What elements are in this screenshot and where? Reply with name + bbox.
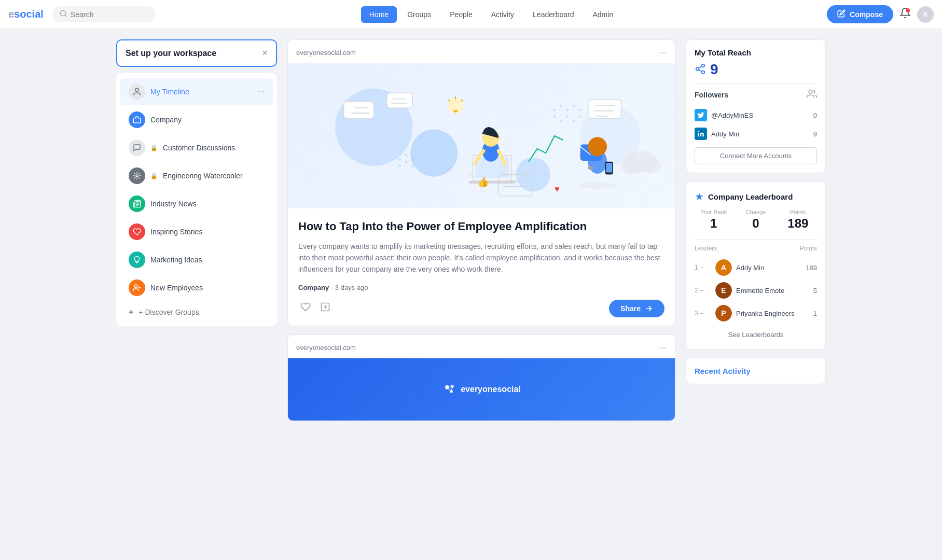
nav-right: Compose A <box>827 5 934 23</box>
like-button-1[interactable] <box>298 300 313 317</box>
post-menu-button-2[interactable]: ··· <box>659 342 667 353</box>
svg-rect-52 <box>606 163 612 172</box>
sidebar-item-company[interactable]: Company <box>120 106 273 133</box>
total-reach-count: 9 <box>710 61 718 78</box>
search-input[interactable] <box>71 10 143 19</box>
your-rank-label: Your Rank <box>695 209 732 215</box>
leader-row-2: 2 – E Emmette Emote 5 <box>695 279 817 302</box>
leaders-header: Leaders Points <box>695 245 817 252</box>
twitter-info: @AddyMinES <box>695 109 753 121</box>
search-icon <box>59 9 67 19</box>
notification-dot <box>906 8 910 12</box>
engineering-label: Engineering Watercooler <box>163 172 265 180</box>
svg-point-72 <box>702 64 705 66</box>
brand-logo[interactable]: esocial <box>8 8 44 20</box>
svg-line-70 <box>447 387 451 391</box>
svg-point-17 <box>560 120 562 122</box>
twitter-handle: @AddyMinES <box>711 111 753 119</box>
change-value: 0 <box>737 216 774 231</box>
nav-activity[interactable]: Activity <box>483 6 522 23</box>
post-card-2: everyonesocial.com ··· everyonesocial <box>287 334 675 421</box>
workspace-close-button[interactable]: × <box>262 48 268 59</box>
marketing-ideas-label: Marketing Ideas <box>150 256 265 264</box>
svg-point-0 <box>60 10 66 16</box>
nav-admin[interactable]: Admin <box>584 6 621 23</box>
engineering-icon <box>129 167 145 184</box>
post-header-1: everyonesocial.com ··· <box>288 40 675 63</box>
leaderboard-header: ★ Company Leaderboard <box>695 190 817 203</box>
leader-rank-1: 1 – <box>695 264 711 271</box>
notifications-button[interactable] <box>899 7 911 21</box>
leader-row-3: 3 – P Priyanka Engineers 1 <box>695 302 817 325</box>
svg-rect-53 <box>588 166 593 170</box>
connect-more-accounts-button[interactable]: Connect More Accounts <box>695 147 817 164</box>
post-menu-button-1[interactable]: ··· <box>659 47 667 58</box>
sidebar-nav: My Timeline ··· Company 🔒 Customer Discu… <box>116 73 277 326</box>
post-meta-1: Company - 3 days ago <box>298 284 664 291</box>
svg-point-58 <box>641 158 662 174</box>
share-button-1[interactable]: Share <box>609 300 664 317</box>
see-leaderboards-button[interactable]: See Leaderboards <box>695 329 817 341</box>
leaderboard-stats: Your Rank 1 Change 0 Points 189 <box>695 209 817 231</box>
nav-leaderboard[interactable]: Leaderboard <box>524 6 582 23</box>
plus-icon: + <box>129 307 133 317</box>
leaders-points-col-label: Points <box>800 245 817 252</box>
workspace-card: Set up your workspace × <box>116 39 277 67</box>
leader-name-3: Priyanka Engineers <box>736 310 809 317</box>
right-panel: My Total Reach 9 Followers <box>686 39 826 429</box>
svg-rect-27 <box>344 102 374 119</box>
svg-point-14 <box>573 104 575 107</box>
svg-point-79 <box>698 131 699 132</box>
nav-people[interactable]: People <box>441 6 481 23</box>
svg-point-20 <box>579 115 581 118</box>
change-label: Change <box>737 209 774 215</box>
sidebar-item-marketing-ideas[interactable]: Marketing Ideas <box>120 246 273 273</box>
svg-point-48 <box>578 182 617 189</box>
svg-point-12 <box>560 104 562 107</box>
sidebar-item-customer-discussions[interactable]: 🔒 Customer Discussions <box>120 134 273 161</box>
leader-points-2: 5 <box>813 287 817 295</box>
svg-point-77 <box>809 90 812 94</box>
your-rank-stat: Your Rank 1 <box>695 209 732 231</box>
svg-rect-2 <box>133 118 140 123</box>
nav-home[interactable]: Home <box>361 6 397 23</box>
compose-button[interactable]: Compose <box>827 5 893 23</box>
leader-avatar-2: E <box>715 282 732 299</box>
lock-icon-customer: 🔒 <box>150 145 158 151</box>
linkedin-row: Addy Min 9 <box>695 124 817 143</box>
sidebar-item-inspiring-stories[interactable]: Inspiring Stories <box>120 218 273 245</box>
svg-rect-78 <box>698 133 699 136</box>
sidebar-item-engineering-watercooler[interactable]: 🔒 Engineering Watercooler <box>120 162 273 189</box>
marketing-ideas-icon <box>129 251 145 268</box>
svg-point-13 <box>566 109 569 111</box>
sidebar-more-icon[interactable]: ··· <box>258 87 265 96</box>
customer-discussions-icon <box>129 139 145 156</box>
post-header-2: everyonesocial.com ··· <box>288 335 675 358</box>
svg-point-15 <box>579 109 581 111</box>
inspiring-stories-icon <box>129 223 145 240</box>
avatar[interactable]: A <box>917 6 934 23</box>
search-bar[interactable] <box>52 6 156 22</box>
svg-line-75 <box>699 69 702 72</box>
svg-point-18 <box>566 115 569 118</box>
discover-groups-item[interactable]: + + Discover Groups <box>116 302 277 322</box>
sidebar-item-industry-news[interactable]: Industry News <box>120 190 273 217</box>
new-employees-label: New Employees <box>150 284 265 292</box>
industry-news-icon <box>129 195 145 212</box>
svg-point-11 <box>553 109 556 111</box>
change-stat: Change 0 <box>737 209 774 231</box>
sidebar-item-new-employees[interactable]: New Employees <box>120 274 273 301</box>
sidebar-item-my-timeline[interactable]: My Timeline ··· <box>120 78 273 105</box>
post-title-1: How to Tap Into the Power of Employee Am… <box>298 219 664 234</box>
nav-groups[interactable]: Groups <box>399 6 439 23</box>
svg-point-3 <box>136 175 138 177</box>
post-body-1: How to Tap Into the Power of Employee Am… <box>288 208 675 326</box>
leaderboard-widget: ★ Company Leaderboard Your Rank 1 Change… <box>686 181 826 349</box>
followers-group-icon <box>807 89 817 101</box>
svg-point-19 <box>573 120 575 122</box>
my-timeline-label: My Timeline <box>150 88 253 96</box>
recent-activity-widget: Recent Activity <box>686 358 826 384</box>
save-button-1[interactable] <box>318 300 333 317</box>
customer-discussions-label: Customer Discussions <box>163 144 265 152</box>
followers-label: Followers <box>695 91 728 99</box>
